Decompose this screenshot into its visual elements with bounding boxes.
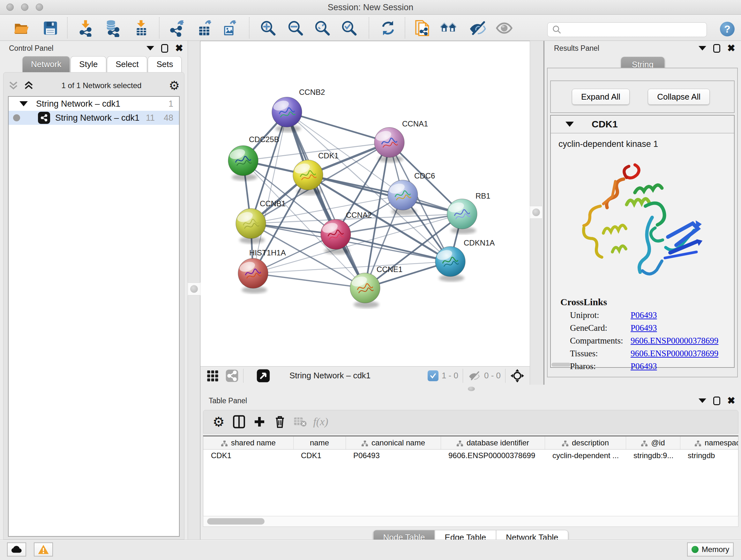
table-cell[interactable]: cyclin-dependent ... bbox=[545, 449, 626, 462]
control-panel-collapse-icon[interactable] bbox=[146, 46, 154, 51]
horizontal-splitter[interactable] bbox=[200, 385, 741, 393]
show-graphics-details-icon[interactable] bbox=[495, 19, 513, 37]
zoom-selected-icon[interactable] bbox=[340, 19, 358, 37]
tab-select[interactable]: Select bbox=[107, 56, 147, 72]
column-header-description[interactable]: description bbox=[545, 436, 626, 449]
import-network-from-database-icon[interactable] bbox=[103, 19, 121, 37]
collapse-all-button[interactable]: Collapse All bbox=[648, 89, 710, 105]
hide-selected-icon[interactable] bbox=[468, 19, 486, 37]
table-panel-float-icon[interactable] bbox=[713, 396, 720, 405]
network-node-CCNB2[interactable] bbox=[272, 97, 302, 132]
copy-style-icon[interactable] bbox=[414, 19, 431, 37]
table-cell[interactable]: CDK1 bbox=[203, 449, 293, 462]
results-panel-float-icon[interactable] bbox=[713, 44, 720, 53]
column-header-database-identifier[interactable]: database identifier bbox=[441, 436, 545, 449]
results-panel-close-icon[interactable]: ✖ bbox=[727, 44, 735, 53]
zoom-in-icon[interactable] bbox=[259, 19, 277, 37]
network-graph[interactable]: CCNB2CCNA1CDC25BCDK1CDC6RB1CCNB1CCNA2CDK… bbox=[200, 41, 530, 367]
import-network-icon[interactable] bbox=[77, 19, 94, 37]
tab-sets[interactable]: Sets bbox=[148, 56, 182, 72]
horizontal-splitter-handle[interactable] bbox=[468, 387, 475, 391]
table-hscrollbar[interactable] bbox=[203, 516, 738, 527]
show-columns-icon[interactable] bbox=[229, 413, 249, 431]
network-canvas[interactable]: CCNB2CCNA1CDC25BCDK1CDC6RB1CCNB1CCNA2CDK… bbox=[200, 41, 530, 366]
zoom-fit-icon[interactable] bbox=[313, 19, 331, 37]
table-options-gear-icon[interactable]: ⚙ bbox=[208, 413, 229, 431]
expand-all-button[interactable]: Expand All bbox=[572, 89, 630, 105]
birdseye-view-icon[interactable] bbox=[256, 369, 270, 383]
network-row[interactable]: String Network – cdk1 11 48 bbox=[9, 111, 179, 125]
network-node-CDKN1A[interactable] bbox=[435, 246, 465, 282]
collection-label: String Network – cdk1 bbox=[36, 99, 120, 109]
import-table-icon[interactable] bbox=[132, 19, 150, 37]
expand-all-networks-icon[interactable] bbox=[23, 81, 34, 90]
cloud-button[interactable] bbox=[7, 543, 26, 557]
grid-view-icon[interactable] bbox=[206, 369, 219, 382]
crosslink-link[interactable]: 9606.ENSP00000378699 bbox=[630, 336, 718, 346]
save-session-icon[interactable] bbox=[42, 19, 59, 37]
export-network-icon[interactable] bbox=[168, 19, 186, 37]
delete-column-trash-icon[interactable] bbox=[270, 413, 290, 431]
tab-network[interactable]: Network bbox=[22, 56, 70, 72]
network-node-CDK1[interactable] bbox=[293, 160, 323, 195]
create-column-plus-icon[interactable] bbox=[249, 413, 270, 431]
crosslink-link[interactable]: P06493 bbox=[630, 361, 657, 371]
network-node-CDC6[interactable] bbox=[388, 180, 418, 215]
crosslink-link[interactable]: P06493 bbox=[630, 323, 657, 333]
refresh-icon[interactable] bbox=[379, 19, 397, 37]
open-session-icon[interactable] bbox=[13, 19, 30, 37]
search-input[interactable] bbox=[565, 23, 706, 36]
network-node-CCNB1[interactable] bbox=[236, 208, 266, 244]
table-cell[interactable]: P06493 bbox=[346, 449, 441, 462]
crosslink-link[interactable]: P06493 bbox=[630, 310, 657, 320]
table-panel-close-icon[interactable]: ✖ bbox=[727, 396, 735, 406]
export-table-icon[interactable] bbox=[195, 19, 213, 37]
column-header-name[interactable]: name bbox=[293, 436, 346, 449]
table-cell[interactable]: stringdb bbox=[680, 449, 738, 462]
column-header-@id[interactable]: @id bbox=[626, 436, 680, 449]
show-all-networks-icon[interactable] bbox=[440, 19, 458, 37]
table-hscrollbar-thumb[interactable] bbox=[207, 518, 265, 524]
results-panel-collapse-icon[interactable] bbox=[698, 46, 706, 51]
table-row[interactable]: CDK1CDK1P064939606.ENSP00000378699cyclin… bbox=[203, 449, 738, 462]
selected-checkbox-icon[interactable] bbox=[428, 370, 439, 381]
network-edge-CCNB2-CCNE1[interactable] bbox=[287, 112, 365, 288]
table-cell[interactable]: 9606.ENSP00000378699 bbox=[441, 449, 545, 462]
control-panel-float-icon[interactable] bbox=[161, 44, 168, 53]
collapse-all-networks-icon[interactable] bbox=[8, 81, 19, 90]
table-cell[interactable]: stringdb:9... bbox=[626, 449, 680, 462]
share-view-icon[interactable] bbox=[225, 369, 239, 382]
right-splitter-handle[interactable] bbox=[530, 206, 542, 219]
table-cell[interactable]: CDK1 bbox=[293, 449, 346, 462]
cdk1-entry-box: CDK1 cyclin-dependent kinase 1 bbox=[550, 115, 735, 368]
network-edge-CDK1-RB1[interactable] bbox=[308, 175, 462, 214]
network-edge-CCNE1-HIST1H1A[interactable] bbox=[253, 273, 365, 288]
control-panel-close-icon[interactable]: ✖ bbox=[175, 44, 183, 53]
tab-style[interactable]: Style bbox=[71, 56, 106, 72]
collection-expand-icon[interactable] bbox=[19, 101, 28, 106]
column-header-namespace[interactable]: namespace bbox=[680, 436, 738, 449]
column-header-shared-name[interactable]: shared name bbox=[203, 436, 293, 449]
memory-button[interactable]: Memory bbox=[687, 543, 734, 557]
network-collection-row[interactable]: String Network – cdk1 1 bbox=[9, 97, 179, 111]
network-node-CCNE1[interactable] bbox=[350, 273, 380, 308]
column-header-canonical-name[interactable]: canonical name bbox=[346, 436, 441, 449]
export-image-icon[interactable] bbox=[220, 19, 238, 37]
network-node-CDC25B[interactable] bbox=[228, 145, 258, 181]
help-icon[interactable]: ? bbox=[720, 22, 735, 37]
cdk1-entry-header[interactable]: CDK1 bbox=[551, 116, 734, 133]
network-edge-CCNB2-CCNA1[interactable] bbox=[287, 112, 389, 142]
left-splitter-handle[interactable] bbox=[188, 283, 200, 295]
fit-content-target-icon[interactable] bbox=[510, 368, 525, 383]
entry-collapse-icon[interactable] bbox=[565, 122, 574, 127]
entry-hscrollbar[interactable] bbox=[551, 363, 570, 367]
network-node-CCNA1[interactable] bbox=[374, 127, 404, 163]
network-node-HIST1H1A[interactable] bbox=[238, 258, 268, 294]
network-options-gear-icon[interactable]: ⚙ bbox=[169, 79, 180, 91]
network-node-RB1[interactable] bbox=[447, 199, 477, 234]
crosslink-link[interactable]: 9606.ENSP00000378699 bbox=[630, 349, 718, 359]
warnings-button[interactable] bbox=[34, 543, 53, 557]
network-node-CCNA2[interactable] bbox=[321, 219, 351, 254]
table-panel-collapse-icon[interactable] bbox=[698, 398, 706, 403]
zoom-out-icon[interactable] bbox=[286, 19, 305, 37]
